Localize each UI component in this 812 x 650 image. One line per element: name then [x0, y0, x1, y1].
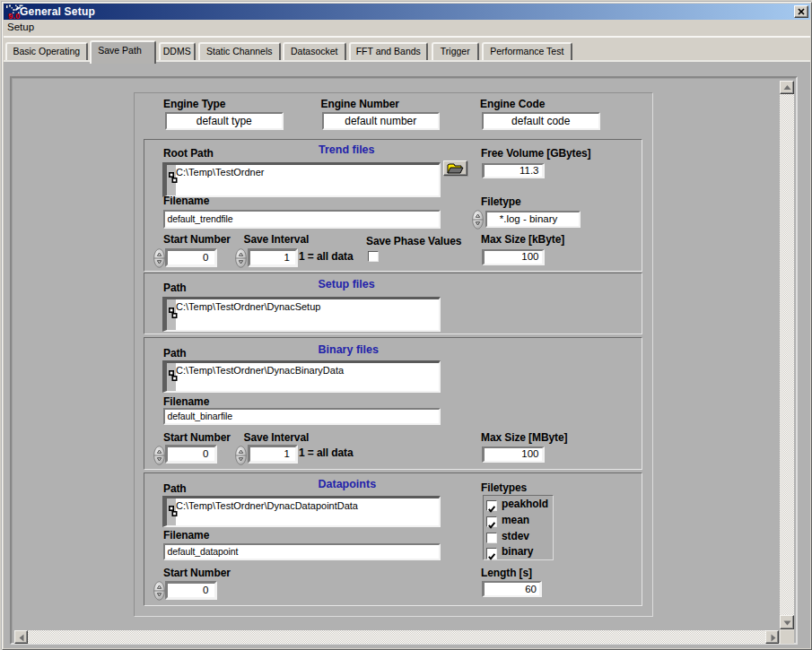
svg-text:9.0: 9.0: [8, 11, 20, 21]
